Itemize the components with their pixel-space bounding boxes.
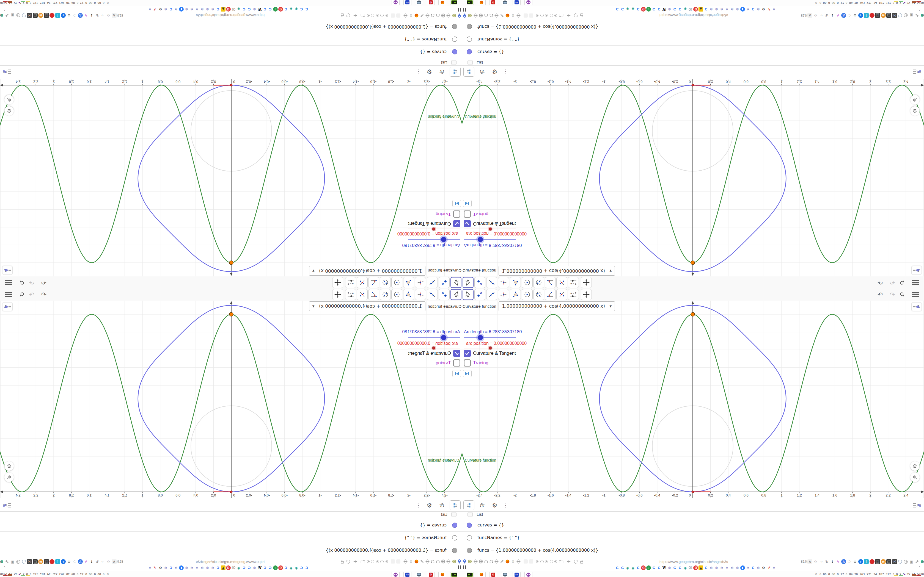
skip-to-end-button[interactable] [452, 200, 461, 207]
tab-info-favicon[interactable]: ⓘ [688, 7, 693, 11]
tool-angle[interactable] [545, 277, 556, 288]
extension-shield-blue-icon[interactable] [21, 559, 26, 564]
tab-yandex-favicon[interactable]: Я [226, 566, 231, 570]
taskbar-app-floppy-64[interactable]: 64 [404, 0, 411, 5]
expand-stats-icon[interactable]: ^ [815, 1, 817, 5]
tool-move-graphics-view[interactable] [332, 277, 343, 288]
tab-image-favicon[interactable]: ▲ [221, 7, 226, 11]
tab-google-favicon[interactable]: G [284, 566, 288, 570]
tab-geogebra-favicon[interactable]: ✻ [746, 7, 750, 11]
extension-star-icon[interactable]: ☆ [106, 13, 111, 18]
headset-icon[interactable] [484, 12, 488, 18]
tab-yarn-favicon[interactable]: ◉ [294, 566, 299, 570]
undo-icon[interactable]: ↶ [40, 288, 48, 301]
extension-upload-cyan-icon[interactable]: ↑ [55, 13, 60, 18]
globe-icon[interactable] [446, 559, 451, 565]
tab-wikipedia-favicon[interactable]: W [257, 566, 262, 570]
curvature-tangent-checkbox[interactable] [453, 220, 460, 227]
tab-google-favicon[interactable]: G [268, 566, 273, 570]
globe-icon[interactable] [446, 12, 451, 18]
visibility-toggle-funcnames[interactable] [467, 37, 472, 42]
tab-google-favicon[interactable]: G [242, 7, 246, 11]
headset-icon[interactable] [489, 559, 494, 565]
lock-icon[interactable] [341, 12, 344, 18]
tool-perpendicular-line[interactable] [498, 277, 509, 288]
gear-icon[interactable]: ⚙ [409, 559, 414, 565]
extension-stripes-dark-icon[interactable]: ▤ [886, 13, 891, 18]
extension-gear-icon[interactable]: ⚙ [66, 13, 71, 18]
taskbar-app-ghost-purple[interactable] [524, 0, 532, 5]
extension-translate-blue-icon[interactable]: A [78, 559, 83, 564]
tab-google-favicon[interactable]: G [304, 7, 309, 11]
tab-yarn-favicon[interactable]: ◉ [631, 7, 635, 11]
globe-icon[interactable] [516, 12, 521, 18]
tool-circle-center-point[interactable] [522, 289, 533, 300]
tab-google-favicon[interactable]: G [247, 7, 252, 11]
tab-yarn-favicon[interactable]: ◉ [625, 7, 630, 11]
tool-polygon[interactable] [403, 277, 414, 288]
curvature-tangent-checkbox[interactable] [453, 350, 460, 357]
taskbar-app-package-red[interactable]: ⚙ [427, 0, 435, 5]
tracing-checkbox[interactable] [464, 359, 471, 366]
tool-circle-two-points[interactable] [533, 289, 544, 300]
extension-upload-cyan-icon[interactable]: ↑ [864, 559, 869, 564]
extension-globe-orange-icon[interactable]: ⇄ [881, 559, 886, 564]
chevron-up-icon[interactable]: ⌃ [3, 566, 6, 570]
extension-star-icon[interactable]: ☆ [813, 13, 818, 18]
tab-geogebra-favicon[interactable]: ✻ [730, 7, 735, 11]
tab-yarn-favicon[interactable]: ◉ [289, 566, 293, 570]
extension-translate-icon[interactable]: A [808, 13, 813, 18]
taskbar-app-package-red[interactable]: ⚙ [489, 572, 497, 577]
extension-globe-orange-icon[interactable]: ⇄ [39, 559, 44, 564]
tab-geogebra-favicon[interactable]: ✻ [709, 566, 714, 570]
zoom-in-button[interactable] [5, 472, 14, 482]
expand-stats-icon[interactable]: ^ [107, 572, 109, 576]
tool-move-cursor[interactable] [451, 277, 462, 288]
algebra-view-icon[interactable] [1, 67, 13, 77]
tab-geogebra-favicon[interactable]: ✻ [719, 566, 724, 570]
tab-geogebra-favicon[interactable]: ✻ [163, 566, 168, 570]
tool-point[interactable]: A [474, 289, 485, 300]
tool-slider[interactable]: a = 2 [568, 277, 579, 288]
extension-gear-icon[interactable]: ⚙ [853, 559, 858, 564]
globe-icon[interactable] [516, 559, 521, 565]
arc-position-slider-handle[interactable] [489, 227, 492, 230]
headset-icon[interactable] [436, 12, 440, 18]
settings-gear-button[interactable]: ⚙ [489, 500, 500, 510]
visibility-toggle-funcs[interactable] [467, 24, 472, 29]
extension-record-red-icon[interactable] [50, 559, 55, 564]
arc-length-slider-handle[interactable] [478, 237, 483, 242]
tab-green-check-favicon[interactable]: ✓ [646, 7, 651, 11]
globe-icon[interactable] [494, 559, 499, 565]
tool-perpendicular-line[interactable] [415, 277, 426, 288]
extension-ublock-origin-icon[interactable]: UO [892, 559, 897, 564]
extension-gear-icon[interactable]: ⚙ [853, 13, 858, 18]
tab-chat-blue-favicon[interactable]: ◖ [740, 7, 745, 11]
tab-wikipedia-favicon[interactable]: W [662, 7, 667, 11]
tool-angle[interactable] [368, 277, 379, 288]
algebra-row-funcnames[interactable]: funcNames = {" "} [0, 531, 462, 544]
menu-bars-icon[interactable] [4, 276, 13, 288]
tab-yarn-favicon[interactable]: ◉ [294, 7, 299, 11]
olive-circle-icon[interactable] [467, 12, 472, 18]
tab-gear-dark-favicon[interactable]: ⚙ [158, 566, 163, 570]
extension-add-blue-icon[interactable]: + [858, 559, 863, 564]
skip-to-end-button[interactable] [452, 370, 461, 377]
tab-chat-blue-favicon[interactable]: ◖ [740, 566, 745, 570]
url-text[interactable]: https://www.geogebra.org/classic/aagcxh3… [659, 560, 728, 564]
olive-circle-icon[interactable] [452, 12, 457, 18]
tab-geogebra-favicon[interactable]: ✻ [725, 566, 729, 570]
headset-icon[interactable] [430, 559, 435, 565]
tool-line[interactable] [486, 289, 497, 300]
tab-geogebra-favicon[interactable]: ✻ [163, 7, 168, 11]
back-arrow-icon[interactable] [353, 559, 357, 565]
algebra-row-funcnames[interactable]: funcNames = {" "} [462, 531, 924, 544]
tab-geogebra-favicon[interactable]: ✻ [709, 7, 714, 11]
extension-highlighter-icon[interactable]: ✎ [836, 13, 841, 18]
algebra-row-funcs[interactable]: funcs = {1.000000000000 + cos(4.00000000… [462, 20, 924, 33]
headset-icon[interactable] [436, 559, 440, 565]
tool-point[interactable]: A [474, 277, 485, 288]
tool-point[interactable]: A [439, 277, 450, 288]
undo-icon[interactable]: ↶ [876, 276, 884, 288]
redo-icon[interactable]: ↷ [27, 288, 36, 301]
